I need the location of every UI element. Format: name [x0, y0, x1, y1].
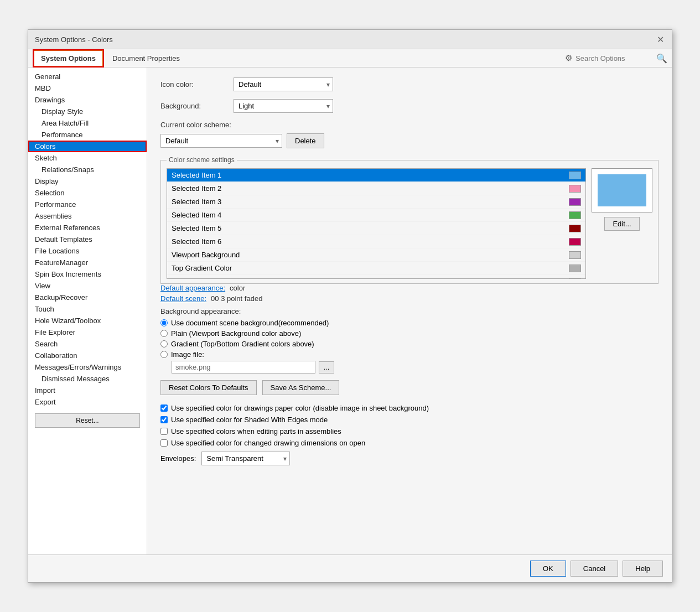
tabs-bar: System Options Document Properties ⚙ 🔍 — [28, 49, 672, 68]
sidebar-item-import[interactable]: Import — [28, 385, 147, 396]
sidebar-item-touch[interactable]: Touch — [28, 303, 147, 315]
color-list-item[interactable]: Selected Item 3 — [167, 195, 585, 209]
close-button[interactable]: ✕ — [655, 34, 665, 44]
sidebar-item-display-style[interactable]: Display Style — [28, 106, 147, 117]
sidebar-item-collaboration[interactable]: Collaboration — [28, 350, 147, 361]
default-appearance-link[interactable]: Default appearance: — [160, 284, 225, 292]
sidebar-item-messages[interactable]: Messages/Errors/Warnings — [28, 361, 147, 373]
color-list-item[interactable]: Selected Item 6 — [167, 235, 585, 248]
sidebar-item-assemblies[interactable]: Assemblies — [28, 210, 147, 222]
color-list-item-label: Selected Item 3 — [172, 198, 221, 206]
window-title: System Options - Colors — [35, 35, 113, 44]
envelopes-row: Envelopes: Semi Transparent Opaque Wiref… — [160, 452, 658, 465]
title-bar: System Options - Colors ✕ — [28, 30, 672, 49]
tab-document-properties[interactable]: Document Properties — [104, 49, 188, 68]
color-list-item[interactable]: Top Gradient Color — [167, 262, 585, 275]
sidebar-item-external-references[interactable]: External References — [28, 222, 147, 234]
color-scheme-select[interactable]: Default — [160, 134, 282, 148]
default-scene-link[interactable]: Default scene: — [160, 294, 206, 303]
background-select[interactable]: Light Dark Custom — [234, 99, 333, 113]
color-scheme-settings: Color scheme settings Selected Item 1 Se… — [160, 156, 658, 284]
main-layout: General MBD Drawings Display Style Area … — [28, 68, 672, 554]
bottom-bar: OK Cancel Help — [28, 554, 672, 582]
color-list-item[interactable]: Selected Item 1 — [167, 169, 585, 182]
sidebar-item-sketch[interactable]: Sketch — [28, 152, 147, 164]
color-list-item[interactable]: Selected Item 5 — [167, 222, 585, 235]
checkbox-row-3: Use specified colors when editing parts … — [160, 427, 658, 435]
color-swatch — [569, 172, 581, 179]
search-icon[interactable]: 🔍 — [656, 53, 667, 64]
icon-color-select-wrap: Default Light Dark — [234, 77, 333, 91]
tab-list: System Options Document Properties — [33, 49, 188, 67]
sidebar-item-relations-snaps[interactable]: Relations/Snaps — [28, 164, 147, 175]
content-area: Icon color: Default Light Dark Backgroun… — [147, 68, 672, 554]
sidebar-item-drawings[interactable]: Drawings — [28, 94, 147, 106]
checkbox-editing-parts[interactable] — [160, 428, 168, 435]
edit-button[interactable]: Edit... — [604, 217, 639, 231]
scheme-row: Default Delete — [160, 133, 658, 148]
help-button[interactable]: Help — [623, 561, 663, 577]
main-window: System Options - Colors ✕ System Options… — [28, 29, 672, 583]
tab-system-options[interactable]: System Options — [33, 49, 104, 68]
sidebar-item-search[interactable]: Search — [28, 338, 147, 350]
sidebar-item-mbd[interactable]: MBD — [28, 82, 147, 94]
radio-image-file-input[interactable] — [160, 351, 168, 358]
sidebar-item-display[interactable]: Display — [28, 175, 147, 187]
icon-color-row: Icon color: Default Light Dark — [160, 77, 658, 91]
sidebar-item-hole-wizard[interactable]: Hole Wizard/Toolbox — [28, 315, 147, 326]
checkbox-drawings-paper[interactable] — [160, 404, 168, 412]
sidebar-item-default-templates[interactable]: Default Templates — [28, 234, 147, 245]
radio-use-doc-scene: Use document scene background(recommende… — [160, 319, 658, 327]
checkbox-changed-dimensions[interactable] — [160, 439, 168, 447]
sidebar-item-colors[interactable]: Colors — [28, 141, 147, 152]
sidebar-item-file-explorer[interactable]: File Explorer — [28, 326, 147, 338]
color-list-item-label: Viewport Background — [172, 251, 240, 259]
sidebar-item-selection[interactable]: Selection — [28, 187, 147, 199]
delete-button[interactable]: Delete — [287, 133, 324, 148]
sidebar-item-featuremanager[interactable]: FeatureManager — [28, 257, 147, 268]
sidebar-item-view[interactable]: View — [28, 280, 147, 292]
icon-color-select[interactable]: Default Light Dark — [234, 77, 333, 91]
envelopes-select[interactable]: Semi Transparent Opaque Wireframe — [201, 452, 290, 465]
sidebar-item-general[interactable]: General — [28, 71, 147, 82]
browse-button[interactable]: ... — [319, 361, 334, 374]
sidebar-reset-area: Reset... — [35, 413, 140, 428]
radio-image-file: Image file: — [160, 350, 658, 359]
checkbox-row-1: Use specified color for drawings paper c… — [160, 404, 658, 412]
sidebar-item-performance-sub[interactable]: Performance — [28, 129, 147, 141]
radio-use-doc-scene-label: Use document scene background(recommende… — [171, 319, 329, 327]
color-swatch — [569, 264, 581, 272]
radio-plain: Plain (Viewport Background color above) — [160, 329, 658, 338]
search-input[interactable] — [575, 54, 653, 63]
color-list-item[interactable]: Viewport Background — [167, 248, 585, 262]
reset-colors-button[interactable]: Reset Colors To Defaults — [160, 380, 257, 395]
color-list-item[interactable]: Selected Item 2 — [167, 182, 585, 195]
sidebar-item-backup-recover[interactable]: Backup/Recover — [28, 292, 147, 303]
color-swatch — [569, 211, 581, 219]
image-file-input[interactable] — [172, 361, 315, 374]
color-list-item[interactable]: Selected Item 4 — [167, 209, 585, 222]
save-as-scheme-button[interactable]: Save As Scheme... — [262, 380, 340, 395]
radio-plain-input[interactable] — [160, 330, 168, 337]
color-list-item[interactable]: Bottom Gradient Color — [167, 275, 585, 279]
reset-button[interactable]: Reset... — [35, 413, 140, 428]
envelopes-label: Envelopes: — [160, 454, 196, 463]
sidebar-item-dismissed-messages[interactable]: Dismissed Messages — [28, 373, 147, 385]
color-swatch — [569, 185, 581, 193]
sidebar-item-spin-box[interactable]: Spin Box Increments — [28, 268, 147, 280]
sidebar-item-performance[interactable]: Performance — [28, 199, 147, 210]
checkbox-shaded-edges[interactable] — [160, 416, 168, 423]
ok-button[interactable]: OK — [530, 561, 566, 577]
checkbox-shaded-edges-label: Use specified color for Shaded With Edge… — [171, 416, 328, 424]
color-list[interactable]: Selected Item 1 Selected Item 2 Selected… — [167, 168, 586, 279]
cancel-button[interactable]: Cancel — [571, 561, 618, 577]
radio-gradient-input[interactable] — [160, 340, 168, 348]
sidebar-item-area-hatch[interactable]: Area Hatch/Fill — [28, 117, 147, 129]
sidebar-item-export[interactable]: Export — [28, 396, 147, 408]
background-select-wrap: Light Dark Custom — [234, 99, 333, 113]
color-list-item-label: Selected Item 1 — [172, 171, 221, 179]
radio-use-doc-scene-input[interactable] — [160, 319, 168, 326]
checkbox-drawings-paper-label: Use specified color for drawings paper c… — [171, 404, 429, 412]
color-swatch — [569, 238, 581, 246]
sidebar-item-file-locations[interactable]: File Locations — [28, 245, 147, 257]
